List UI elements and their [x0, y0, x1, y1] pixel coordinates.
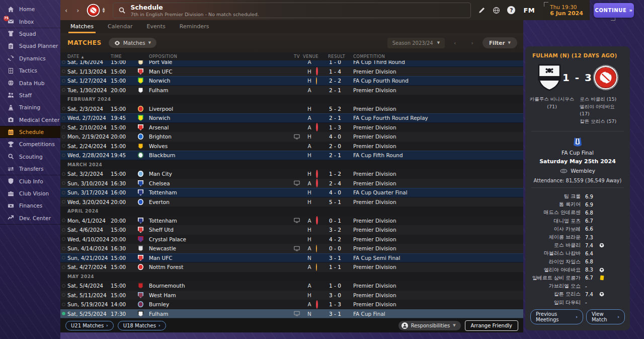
- view-selector[interactable]: Matches▼: [109, 38, 156, 48]
- opponent-name[interactable]: Norwich: [149, 78, 291, 84]
- match-row[interactable]: Sat, 5/11/202415:00West HamH3 - 0Premier…: [60, 291, 523, 300]
- player-name[interactable]: 매드스 안데르센: [529, 209, 581, 216]
- sidebar-item-training[interactable]: Training: [0, 101, 60, 113]
- opponent-name[interactable]: Bournemouth: [149, 283, 291, 289]
- match-row[interactable]: Sun, 5/19/202414:00BurnleyA1 - 3Premier …: [60, 300, 523, 309]
- player-name[interactable]: 로스 바클리: [529, 242, 581, 249]
- match-row[interactable]: Sat, 2/24/202415:00WolvesA2 - 0Premier D…: [60, 142, 523, 151]
- opponent-name[interactable]: Tottenham: [149, 189, 291, 195]
- club-badge[interactable]: [87, 4, 100, 17]
- match-row[interactable]: Wed, 3/20/202420:00EvertonH5 - 1Premier …: [60, 197, 523, 207]
- match-row[interactable]: Sat, 4/27/202415:00Nottm ForestA1 - 1Pre…: [60, 262, 523, 272]
- column-header-competition[interactable]: COMPETITION: [353, 54, 523, 59]
- sidebar-item-home[interactable]: Home: [0, 3, 60, 15]
- opponent-name[interactable]: Chelsea: [149, 180, 291, 186]
- player-rating-row[interactable]: 라이언 자일스6.8: [529, 258, 607, 266]
- sidebar-item-tactics[interactable]: Tactics: [0, 64, 60, 77]
- help-icon[interactable]: ?: [507, 6, 515, 14]
- sidebar-item-club-vision[interactable]: Club Vision: [0, 187, 60, 199]
- column-header-opposition[interactable]: OPPOSITION: [149, 54, 291, 59]
- player-rating-row[interactable]: 로스 바클리7.4: [529, 241, 607, 249]
- player-name[interactable]: 마블러스 나캄바: [529, 250, 581, 257]
- opponent-name[interactable]: Port Vale: [149, 60, 291, 65]
- player-name[interactable]: 라이언 자일스: [529, 258, 581, 265]
- sidebar-item-dev-center[interactable]: Dev. Center: [0, 212, 60, 224]
- team-switcher[interactable]: ▲▼: [102, 7, 105, 13]
- back-button[interactable]: ‹: [60, 5, 72, 16]
- opponent-name[interactable]: Tottenham: [149, 218, 291, 224]
- home-team-badge[interactable]: [536, 63, 562, 92]
- world-icon[interactable]: [493, 7, 500, 14]
- season-prev-button[interactable]: ‹: [448, 38, 462, 48]
- player-name[interactable]: 제이콩 브라운: [529, 234, 581, 241]
- match-row[interactable]: Tue, 1/30/202420:00FulhamA2 - 1Premier D…: [60, 86, 523, 95]
- opponent-name[interactable]: Liverpool: [149, 106, 291, 112]
- player-rating-row[interactable]: 매드스 안데르센6.8: [529, 209, 607, 217]
- player-rating-row[interactable]: 이사 카보레6.6: [529, 225, 607, 233]
- opponent-name[interactable]: West Ham: [149, 292, 291, 298]
- player-name[interactable]: 팀 크룰: [529, 193, 581, 200]
- continue-button[interactable]: CONTINUE»: [594, 3, 634, 18]
- sidebar-item-club-info[interactable]: Club Info: [0, 175, 60, 187]
- u21-matches-button[interactable]: U21 Matches›: [65, 321, 114, 330]
- tab-calendar[interactable]: Calendar: [108, 23, 132, 33]
- player-name[interactable]: 알피 다우티: [529, 299, 581, 306]
- sidebar-item-squad-planner[interactable]: Squad Planner: [0, 40, 60, 52]
- sidebar-item-scouting[interactable]: Scouting: [0, 151, 60, 163]
- player-rating-row[interactable]: 톰 록키어6.9: [529, 200, 607, 209]
- opponent-name[interactable]: Crystal Palace: [149, 236, 291, 242]
- tab-events[interactable]: Events: [147, 23, 166, 33]
- opponent-name[interactable]: Man UFC: [149, 255, 291, 261]
- column-header-time[interactable]: TIME: [111, 54, 134, 59]
- column-header-tv[interactable]: TV: [291, 54, 303, 59]
- opponent-name[interactable]: Man City: [149, 171, 291, 177]
- tab-reminders[interactable]: Reminders: [180, 23, 209, 33]
- filter-button[interactable]: Filter▼: [482, 37, 517, 48]
- match-row[interactable]: Sat, 2/3/202415:00LiverpoolH5 - 2Premier…: [60, 104, 523, 114]
- match-row[interactable]: Sun, 4/14/202416:30NewcastleA0 - 0Premie…: [60, 244, 523, 253]
- match-row[interactable]: Sun, 4/21/202415:00Man UFCN3 - 1FA Cup S…: [60, 253, 523, 263]
- sidebar-item-data-hub[interactable]: Data Hub: [0, 77, 60, 89]
- match-row[interactable]: Sun, 3/10/202416:30ChelseaA2 - 4Premier …: [60, 179, 523, 188]
- match-row[interactable]: Sat, 1/27/202415:00NorwichH2 - 2FA Cup F…: [60, 76, 523, 86]
- match-row[interactable]: Mon, 4/1/202420:00TottenhamA0 - 1Premier…: [60, 216, 523, 226]
- player-name[interactable]: 엘리야 아데바요: [529, 266, 581, 274]
- opponent-name[interactable]: Newcastle: [149, 245, 291, 251]
- column-header-date[interactable]: DATE▲: [67, 54, 111, 59]
- responsibilities-button[interactable]: Responsibilities▼: [398, 321, 461, 330]
- match-row[interactable]: Wed, 2/7/202419:45NorwichA2 - 1FA Cup Fo…: [60, 113, 523, 123]
- player-name[interactable]: 이사 카보레: [529, 226, 581, 233]
- match-row[interactable]: Sat, 2/10/202415:00ArsenalA1 - 3Premier …: [60, 123, 523, 132]
- sidebar-item-dynamics[interactable]: Dynamics: [0, 52, 60, 64]
- edit-icon[interactable]: [478, 7, 486, 14]
- opponent-name[interactable]: Nottm Forest: [149, 264, 291, 270]
- opponent-name[interactable]: Norwich: [149, 115, 291, 121]
- match-row[interactable]: Sat, 5/25/202417:30FulhamN3 - 1FA Cup Fi…: [60, 309, 523, 319]
- match-row[interactable]: Wed, 2/28/202419:45BlackburnH2 - 1FA Cup…: [60, 151, 523, 160]
- player-name[interactable]: 톰 록키어: [529, 201, 581, 208]
- opponent-name[interactable]: Brighton: [149, 133, 291, 140]
- away-team-badge[interactable]: [593, 63, 619, 92]
- column-header-result[interactable]: RESULT: [328, 54, 353, 59]
- opponent-name[interactable]: Man UFC: [149, 69, 291, 75]
- opponent-name[interactable]: Arsenal: [149, 124, 291, 130]
- match-row[interactable]: Sun, 3/17/202416:00TottenhamH4 - 0FA Cup…: [60, 188, 523, 197]
- sidebar-item-inbox[interactable]: 75Inbox: [0, 15, 60, 27]
- arrange-friendly-button[interactable]: Arrange Friendly: [465, 320, 518, 331]
- opponent-name[interactable]: Fulham: [149, 87, 291, 93]
- opponent-name[interactable]: Fulham: [149, 311, 291, 317]
- sidebar-item-competitions[interactable]: Competitions: [0, 138, 60, 150]
- match-row[interactable]: Wed, 4/10/202420:00Crystal PalaceH4 - 2P…: [60, 235, 523, 244]
- player-rating-row[interactable]: 알피 다우티-: [529, 298, 607, 306]
- opponent-name[interactable]: Sheff Utd: [149, 227, 291, 233]
- opponent-name[interactable]: Burnley: [149, 301, 291, 307]
- player-rating-row[interactable]: 엘리야 아데바요8.3: [529, 266, 607, 274]
- player-rating-row[interactable]: 칼튼 모리스7.4: [529, 290, 607, 298]
- player-rating-row[interactable]: 제이콩 브라운7.3: [529, 233, 607, 241]
- previous-meetings-button[interactable]: Previous Meetings›: [530, 309, 583, 324]
- player-rating-row[interactable]: 대니얼 포츠6.7: [529, 217, 607, 225]
- season-selector[interactable]: Season 2023/24▼: [387, 38, 445, 48]
- search-title-box[interactable]: Schedule 7th in English Premier Division…: [113, 3, 471, 18]
- sidebar-item-medical-center[interactable]: Medical Center: [0, 114, 60, 126]
- match-row[interactable]: Sat, 4/6/202415:00Sheff UtdH3 - 2Premier…: [60, 225, 523, 235]
